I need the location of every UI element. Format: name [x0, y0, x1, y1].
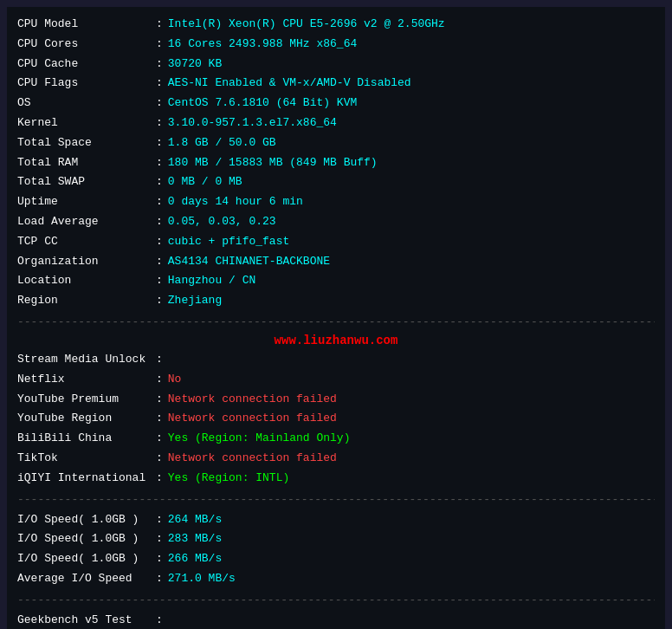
info-row: Load Average:0.05, 0.03, 0.23 — [17, 213, 655, 231]
info-row: YouTube Region:Network connection failed — [17, 410, 655, 428]
stream-header-row: Stream Media Unlock : — [17, 351, 655, 369]
row-label: Total RAM — [17, 154, 156, 172]
row-value: Network connection failed — [168, 410, 337, 428]
row-label: CPU Model — [17, 16, 156, 34]
row-separator: : — [156, 550, 163, 568]
watermark: www.liuzhanwu.com — [17, 334, 655, 347]
row-separator: : — [156, 470, 163, 488]
row-label: CPU Cores — [17, 36, 156, 54]
row-separator: : — [156, 213, 163, 231]
row-label: Netflix — [17, 371, 156, 389]
row-label: I/O Speed( 1.0GB ) — [17, 550, 156, 568]
row-value: 0 days 14 hour 6 min — [168, 193, 303, 211]
row-separator: : — [156, 530, 163, 548]
row-value: AES-NI Enabled & VM-x/AMD-V Disabled — [168, 75, 411, 93]
stream-section: Stream Media Unlock : Netflix:NoYouTube … — [17, 351, 655, 488]
row-label: YouTube Region — [17, 410, 156, 428]
geekbench-section: Geekbench v5 Test:Single Core:475Multi C… — [17, 612, 655, 629]
main-container: CPU Model:Intel(R) Xeon(R) CPU E5-2696 v… — [7, 7, 665, 629]
row-separator: : — [156, 450, 163, 468]
geekbench-row: Geekbench v5 Test: — [17, 612, 655, 629]
row-label: CPU Cache — [17, 55, 156, 74]
info-row: Total RAM:180 MB / 15883 MB (849 MB Buff… — [17, 154, 655, 172]
row-separator: : — [156, 114, 163, 133]
row-label: YouTube Premium — [17, 391, 156, 409]
row-separator: : — [156, 134, 163, 152]
stream-colon: : — [156, 351, 163, 369]
row-separator: : — [156, 94, 163, 113]
row-separator: : — [156, 272, 163, 290]
row-label: Uptime — [17, 193, 156, 211]
geekbench-label: Geekbench v5 Test — [17, 612, 156, 629]
io-section: I/O Speed( 1.0GB ):264 MB/sI/O Speed( 1.… — [17, 511, 655, 588]
row-value: 0 MB / 0 MB — [168, 173, 242, 191]
row-label: TikTok — [17, 450, 156, 468]
row-value: 264 MB/s — [168, 511, 222, 529]
row-separator: : — [156, 154, 163, 172]
row-value: CentOS 7.6.1810 (64 Bit) KVM — [168, 94, 357, 113]
row-value: 30720 KB — [168, 55, 222, 74]
info-row: TCP CC:cubic + pfifo_fast — [17, 233, 655, 251]
row-label: TCP CC — [17, 233, 156, 251]
row-label: Kernel — [17, 114, 156, 133]
row-label: Organization — [17, 253, 156, 271]
row-label: Load Average — [17, 213, 156, 231]
row-value: 1.8 GB / 50.0 GB — [168, 134, 276, 152]
row-label: iQIYI International — [17, 470, 156, 488]
row-separator: : — [156, 511, 163, 529]
row-label: I/O Speed( 1.0GB ) — [17, 530, 156, 548]
divider-1: ----------------------------------------… — [17, 315, 655, 328]
geekbench-separator: : — [156, 612, 163, 629]
info-row: Uptime:0 days 14 hour 6 min — [17, 193, 655, 211]
info-row: CPU Cache:30720 KB — [17, 55, 655, 74]
row-value: No — [168, 371, 182, 389]
row-separator: : — [156, 570, 163, 588]
row-separator: : — [156, 430, 163, 448]
row-value: Zhejiang — [168, 292, 222, 310]
info-row: TikTok:Network connection failed — [17, 450, 655, 468]
row-value: 271.0 MB/s — [168, 570, 236, 588]
info-row: I/O Speed( 1.0GB ):266 MB/s — [17, 550, 655, 568]
row-label: Total Space — [17, 134, 156, 152]
stream-label: Stream Media Unlock — [17, 351, 156, 369]
system-info-section: CPU Model:Intel(R) Xeon(R) CPU E5-2696 v… — [17, 16, 655, 310]
info-row: OS:CentOS 7.6.1810 (64 Bit) KVM — [17, 94, 655, 113]
row-value: cubic + pfifo_fast — [168, 233, 289, 251]
row-value: 0.05, 0.03, 0.23 — [168, 213, 276, 231]
row-separator: : — [156, 55, 163, 74]
info-row: iQIYI International:Yes (Region: INTL) — [17, 470, 655, 488]
info-row: Kernel:3.10.0-957.1.3.el7.x86_64 — [17, 114, 655, 133]
row-label: BiliBili China — [17, 430, 156, 448]
row-value: 3.10.0-957.1.3.el7.x86_64 — [168, 114, 337, 133]
info-row: Location:Hangzhou / CN — [17, 272, 655, 290]
info-row: Netflix:No — [17, 371, 655, 389]
row-label: Region — [17, 292, 156, 310]
row-label: Location — [17, 272, 156, 290]
row-value: AS4134 CHINANET-BACKBONE — [168, 253, 330, 271]
divider-3: ----------------------------------------… — [17, 593, 655, 606]
info-row: I/O Speed( 1.0GB ):264 MB/s — [17, 511, 655, 529]
info-row: CPU Cores:16 Cores 2493.988 MHz x86_64 — [17, 36, 655, 54]
info-row: CPU Flags:AES-NI Enabled & VM-x/AMD-V Di… — [17, 75, 655, 93]
row-value: Intel(R) Xeon(R) CPU E5-2696 v2 @ 2.50GH… — [168, 16, 445, 34]
row-value: Yes (Region: INTL) — [168, 470, 289, 488]
info-row: YouTube Premium:Network connection faile… — [17, 391, 655, 409]
row-label: I/O Speed( 1.0GB ) — [17, 511, 156, 529]
row-value: Network connection failed — [168, 450, 337, 468]
row-separator: : — [156, 193, 163, 211]
row-separator: : — [156, 410, 163, 428]
row-label: OS — [17, 94, 156, 113]
row-label: CPU Flags — [17, 75, 156, 93]
row-separator: : — [156, 36, 163, 54]
row-label: Average I/O Speed — [17, 570, 156, 588]
row-value: 283 MB/s — [168, 530, 222, 548]
row-separator: : — [156, 253, 163, 271]
row-separator: : — [156, 292, 163, 310]
info-row: Total Space:1.8 GB / 50.0 GB — [17, 134, 655, 152]
info-row: CPU Model:Intel(R) Xeon(R) CPU E5-2696 v… — [17, 16, 655, 34]
info-row: Organization:AS4134 CHINANET-BACKBONE — [17, 253, 655, 271]
row-separator: : — [156, 371, 163, 389]
row-separator: : — [156, 391, 163, 409]
row-value: Yes (Region: Mainland Only) — [168, 430, 351, 448]
row-value: 266 MB/s — [168, 550, 222, 568]
